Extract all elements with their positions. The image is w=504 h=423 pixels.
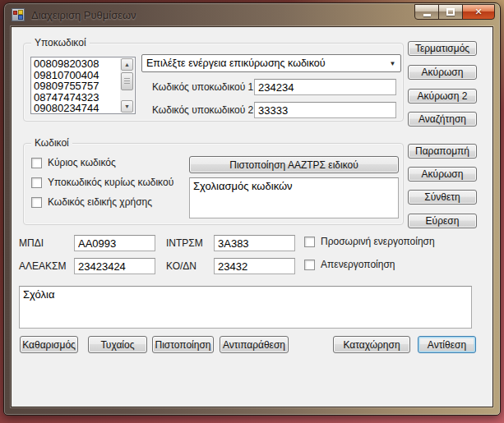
checkbox-main-code[interactable]: Κύριος κωδικός (31, 157, 116, 168)
scrollbar-thumb[interactable] (121, 72, 133, 90)
close-icon: ✕ (474, 7, 482, 17)
kodn-input[interactable] (214, 258, 295, 274)
checkbox-label: Προσωρινή ενεργοποίηση (321, 236, 435, 247)
client-area: Υποκωδικοί 00809820308 09810700404 09809… (11, 26, 493, 407)
subcode-code1-input[interactable] (254, 79, 396, 95)
icon-red-square (13, 11, 17, 15)
kodn-label: ΚΟ/ΔΝ (166, 260, 197, 272)
subcode-code1-label: Κωδικός υποκωδικού 1 (152, 81, 253, 93)
certification-button[interactable]: Πιστοποίηση (152, 336, 214, 353)
checkbox-temporary-activation[interactable]: Προσωρινή ενεργοποίηση (304, 236, 435, 247)
checkbox-deactivation[interactable]: Απενεργοποίηση (304, 259, 395, 270)
aleaksm-label: ΑΛΕΑΚΣΜ (19, 260, 66, 272)
application-icon[interactable] (12, 8, 25, 21)
comparison-button[interactable]: Αντιπαράθεση (220, 336, 289, 353)
minimize-button[interactable] (414, 4, 439, 20)
cancel3-button[interactable]: Ακύρωση (408, 167, 477, 182)
list-item[interactable]: 09809755757 (31, 80, 120, 92)
icon-blue-square (18, 15, 23, 20)
list-item[interactable]: 00809820308 (31, 58, 120, 70)
find-button[interactable]: Εύρεση (408, 214, 477, 228)
desktop: Διαχειριση Ρυθμίσεων ✕ Υποκωδικοί (0, 0, 504, 423)
checkbox-icon[interactable] (31, 197, 42, 208)
codes-comments-textarea[interactable]: Σχολιασμός κωδικών (189, 177, 399, 218)
cancel2-button[interactable]: Ακύρωση 2 (408, 89, 477, 103)
composite-button[interactable]: Σύνθετη (408, 190, 477, 205)
clear-button[interactable]: Καθαρισμός (20, 336, 78, 353)
subcodes-group-label: Υποκωδικοί (31, 37, 90, 48)
subcode-code2-input[interactable] (254, 102, 396, 118)
list-item[interactable]: 09810700404 (31, 70, 120, 81)
search-button[interactable]: Αναζήτηση (408, 112, 477, 126)
caption-buttons: ✕ (415, 4, 495, 20)
chevron-down-icon[interactable]: ▼ (385, 55, 400, 71)
checkbox-icon[interactable] (31, 177, 42, 188)
list-item[interactable]: 09080234744 (31, 103, 120, 113)
checkbox-subcode-of-main[interactable]: Υποκωδικός κυρίως κωδικού (31, 177, 173, 188)
validation-action-combobox[interactable]: Επιλέξτε ενέργεια επικύρωσης κωδικού ▼ (141, 54, 401, 72)
comments-textarea[interactable]: Σχόλια (19, 286, 472, 329)
checkbox-label: Απενεργοποίηση (321, 259, 395, 270)
maximize-icon (446, 8, 455, 16)
title-bar[interactable]: Διαχειριση Ρυθμίσεων ✕ (4, 3, 500, 26)
maximize-button[interactable] (438, 4, 463, 20)
mpdi-label: ΜΠΔΙ (19, 237, 44, 249)
checkbox-icon[interactable] (304, 237, 315, 247)
close-button[interactable]: ✕ (462, 4, 495, 20)
minimize-icon (423, 14, 431, 16)
listbox-scrollbar[interactable]: ▲ ▼ (120, 58, 134, 113)
checkbox-label: Υποκωδικός κυρίως κωδικού (48, 177, 173, 188)
aleaksm-input[interactable] (74, 258, 155, 274)
intrsm-label: ΙΝΤΡΣΜ (166, 237, 203, 249)
certify-aaztps-button[interactable]: Πιστοποίηση ΑΑΖΤΡΣ ειδικού (189, 156, 399, 173)
random-button[interactable]: Τυχαίος (88, 336, 147, 353)
terminate-button[interactable]: Τερματισμός (408, 41, 477, 56)
codes-group-label: Κωδικοί (31, 137, 72, 149)
subcodes-listbox[interactable]: 00809820308 09810700404 09809755757 0874… (30, 57, 136, 114)
window-title: Διαχειριση Ρυθμίσεων (31, 9, 136, 21)
scroll-down-icon[interactable]: ▼ (121, 100, 133, 113)
scroll-up-icon[interactable]: ▲ (121, 58, 133, 71)
combobox-value: Επιλέξτε ενέργεια επικύρωσης κωδικού (146, 57, 326, 69)
checkbox-label: Κωδικός ειδικής χρήσης (48, 196, 152, 208)
scrollbar-grip-icon (124, 78, 130, 85)
checkbox-icon[interactable] (304, 260, 315, 270)
subcodes-list: 00809820308 09810700404 09809755757 0874… (31, 58, 120, 113)
intrsm-input[interactable] (214, 235, 295, 251)
mpdi-input[interactable] (74, 235, 155, 251)
subcode-code2-label: Κωδικός υποκωδικού 2 (152, 104, 253, 116)
checkbox-label: Κύριος κωδικός (48, 157, 116, 168)
cancel-button[interactable]: Ακύρωση (408, 65, 477, 80)
checkbox-special-use-code[interactable]: Κωδικός ειδικής χρήσης (31, 196, 152, 208)
contrast-button[interactable]: Αντίθεση (418, 336, 476, 353)
checkbox-icon[interactable] (31, 158, 42, 168)
register-button[interactable]: Καταχώρηση (333, 336, 410, 353)
referral-button[interactable]: Παραπομπή (408, 144, 477, 159)
list-item[interactable]: 08747474323 (31, 92, 120, 103)
settings-window: Διαχειριση Ρυθμίσεων ✕ Υποκωδικοί (3, 2, 501, 416)
